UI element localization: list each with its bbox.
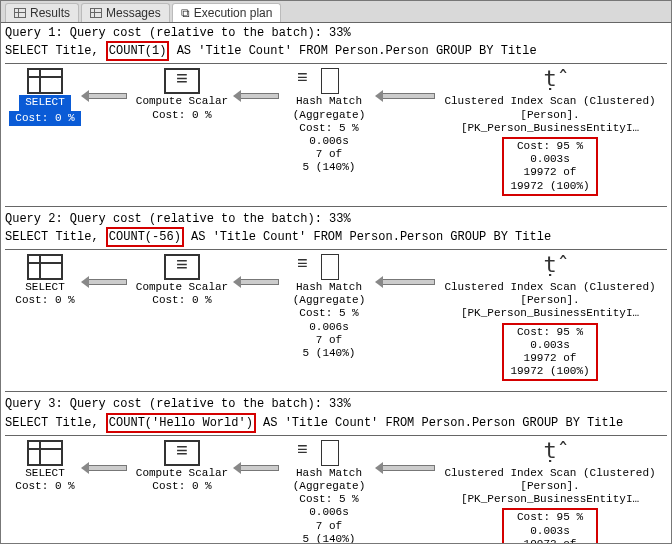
- separator: [5, 63, 667, 64]
- query-cost-header: Query 3: Query cost (relative to the bat…: [5, 396, 667, 412]
- index-tree-icon: ṭ̂: [532, 68, 568, 94]
- tab-label: Execution plan: [194, 6, 273, 20]
- select-node[interactable]: SELECT Cost: 0 %: [5, 68, 85, 125]
- arrow-icon: [85, 272, 127, 292]
- query-block-3: Query 3: Query cost (relative to the bat…: [5, 391, 667, 543]
- arrow-icon: [379, 458, 435, 478]
- scan-metrics: Cost: 95 % 0.003s 19972 of 19972 (100%): [502, 323, 597, 382]
- compute-scalar-node[interactable]: Compute Scalar Cost: 0 %: [127, 440, 237, 493]
- tab-results[interactable]: Results: [5, 3, 79, 22]
- query-cost-header: Query 2: Query cost (relative to the bat…: [5, 211, 667, 227]
- table-icon: [27, 254, 63, 280]
- arrow-icon: [237, 272, 279, 292]
- count-highlight: COUNT(-56): [106, 227, 184, 247]
- arrow-icon: [379, 272, 435, 292]
- compute-scalar-node[interactable]: Compute Scalar Cost: 0 %: [127, 68, 237, 121]
- query-block-2: Query 2: Query cost (relative to the bat…: [5, 206, 667, 382]
- query-sql: SELECT Title, COUNT('Hello World') AS 'T…: [5, 413, 667, 433]
- plan-diagram: SELECT Cost: 0 % Compute Scalar Cost: 0 …: [5, 68, 667, 195]
- tab-messages[interactable]: Messages: [81, 3, 170, 22]
- plan-icon: ⧉: [181, 6, 190, 20]
- query-sql: SELECT Title, COUNT(-56) AS 'Title Count…: [5, 227, 667, 247]
- query-sql: SELECT Title, COUNT(1) AS 'Title Count' …: [5, 41, 667, 61]
- plan-diagram: SELECT Cost: 0 % Compute Scalar Cost: 0 …: [5, 254, 667, 381]
- count-highlight: COUNT(1): [106, 41, 170, 61]
- hash-match-node[interactable]: Hash Match (Aggregate) Cost: 5 % 0.006s …: [279, 68, 379, 174]
- select-node[interactable]: SELECT Cost: 0 %: [5, 440, 85, 493]
- select-label: SELECT: [19, 95, 71, 110]
- tab-execution-plan[interactable]: ⧉ Execution plan: [172, 3, 282, 22]
- ssms-execution-plan-window: Results Messages ⧉ Execution plan Query …: [0, 0, 672, 544]
- tab-label: Messages: [106, 6, 161, 20]
- calculator-icon: [164, 68, 200, 94]
- server-icon: [311, 440, 347, 466]
- tab-label: Results: [30, 6, 70, 20]
- clustered-index-scan-node[interactable]: ṭ̂ Clustered Index Scan (Clustered) [Per…: [435, 440, 665, 543]
- index-tree-icon: ṭ̂: [532, 254, 568, 280]
- arrow-icon: [85, 458, 127, 478]
- calculator-icon: [164, 254, 200, 280]
- arrow-icon: [237, 86, 279, 106]
- plan-diagram: SELECT Cost: 0 % Compute Scalar Cost: 0 …: [5, 440, 667, 543]
- clustered-index-scan-node[interactable]: ṭ̂ Clustered Index Scan (Clustered) [Per…: [435, 254, 665, 381]
- messages-icon: [90, 8, 102, 18]
- table-icon: [27, 68, 63, 94]
- hash-match-node[interactable]: Hash Match (Aggregate) Cost: 5 % 0.006s …: [279, 440, 379, 543]
- tab-bar: Results Messages ⧉ Execution plan: [1, 1, 671, 23]
- scan-metrics: Cost: 95 % 0.003s 19972 of 19972 (100%): [502, 137, 597, 196]
- query-cost-header: Query 1: Query cost (relative to the bat…: [5, 25, 667, 41]
- separator: [5, 435, 667, 436]
- calculator-icon: [164, 440, 200, 466]
- separator: [5, 206, 667, 207]
- separator: [5, 249, 667, 250]
- plan-content[interactable]: Query 1: Query cost (relative to the bat…: [1, 23, 671, 543]
- grid-icon: [14, 8, 26, 18]
- count-highlight: COUNT('Hello World'): [106, 413, 256, 433]
- server-icon: [311, 68, 347, 94]
- table-icon: [27, 440, 63, 466]
- index-tree-icon: ṭ̂: [532, 440, 568, 466]
- hash-match-node[interactable]: Hash Match (Aggregate) Cost: 5 % 0.006s …: [279, 254, 379, 360]
- scan-metrics: Cost: 95 % 0.003s 19972 of 19972 (100%): [502, 508, 597, 543]
- arrow-icon: [85, 86, 127, 106]
- server-icon: [311, 254, 347, 280]
- compute-scalar-node[interactable]: Compute Scalar Cost: 0 %: [127, 254, 237, 307]
- arrow-icon: [379, 86, 435, 106]
- clustered-index-scan-node[interactable]: ṭ̂ Clustered Index Scan (Clustered) [Per…: [435, 68, 665, 195]
- select-node[interactable]: SELECT Cost: 0 %: [5, 254, 85, 307]
- arrow-icon: [237, 458, 279, 478]
- query-block-1: Query 1: Query cost (relative to the bat…: [5, 25, 667, 196]
- select-cost: Cost: 0 %: [9, 111, 80, 126]
- separator: [5, 391, 667, 392]
